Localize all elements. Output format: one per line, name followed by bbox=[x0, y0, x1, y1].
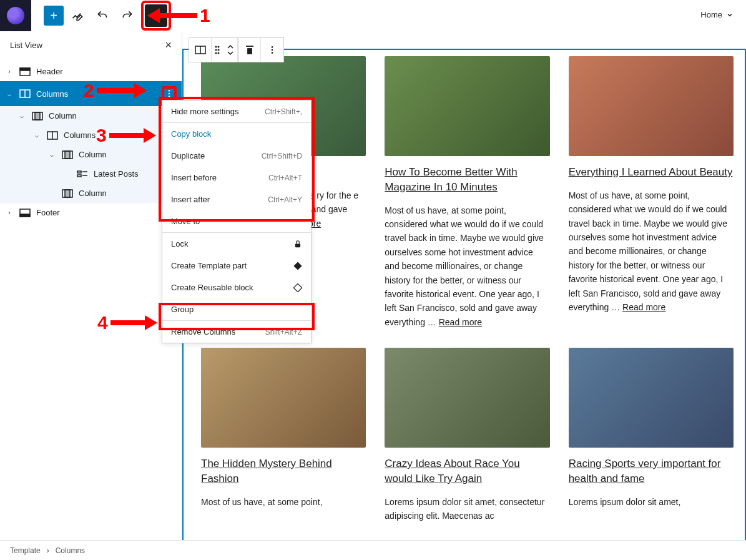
svg-rect-15 bbox=[65, 151, 70, 159]
tree-label: Column bbox=[79, 150, 107, 159]
post-title-link[interactable]: The Hidden Mystery Behind Fashion bbox=[201, 456, 366, 486]
add-block-button[interactable]: + bbox=[44, 6, 64, 26]
tree-item-column-last[interactable]: › Column bbox=[0, 184, 182, 203]
post-card: The Hidden Mystery Behind Fashion Most o… bbox=[201, 348, 366, 523]
tree-item-column[interactable]: ⌵ Column bbox=[0, 106, 182, 125]
tree-item-latest-posts[interactable]: › Latest Posts bbox=[0, 164, 182, 184]
tree-label: Columns bbox=[36, 89, 68, 99]
column-block-icon bbox=[61, 189, 74, 198]
menu-hide-more-settings[interactable]: Hide more settingsCtrl+Shift+, bbox=[162, 101, 311, 122]
menu-create-reusable-block[interactable]: Create Reusable block bbox=[162, 277, 311, 298]
svg-rect-39 bbox=[293, 283, 302, 292]
post-title-link[interactable]: How To Become Better With Magazine In 10… bbox=[385, 165, 549, 195]
menu-insert-after[interactable]: Insert afterCtrl+Alt+Y bbox=[162, 189, 311, 210]
svg-point-28 bbox=[215, 49, 217, 51]
svg-point-27 bbox=[218, 46, 220, 48]
chevron-down-icon bbox=[726, 11, 734, 19]
tree-options-button[interactable] bbox=[162, 86, 177, 101]
chevron-right-icon: › bbox=[5, 209, 14, 216]
template-part-icon bbox=[293, 262, 302, 270]
svg-rect-33 bbox=[248, 49, 252, 54]
sidebar-title: List View bbox=[10, 41, 42, 50]
template-nav-select[interactable]: Home bbox=[700, 10, 734, 19]
latest-posts-block-icon bbox=[76, 170, 89, 179]
svg-point-36 bbox=[272, 52, 273, 54]
edit-mode-button[interactable] bbox=[66, 4, 89, 27]
column-block-icon bbox=[61, 150, 74, 159]
block-context-menu: Hide more settingsCtrl+Shift+, Copy bloc… bbox=[162, 100, 312, 343]
svg-point-8 bbox=[169, 93, 170, 95]
list-view-sidebar: List View × › Header ⌵ Columns ⌵ bbox=[0, 31, 182, 540]
svg-rect-21 bbox=[65, 190, 70, 197]
menu-copy-block[interactable]: Copy block bbox=[162, 123, 311, 145]
svg-point-31 bbox=[218, 52, 220, 54]
post-card: Crazy Ideas About Race You would Like Tr… bbox=[385, 348, 549, 523]
annotation-arrow-3: 3 bbox=[94, 125, 156, 146]
svg-point-7 bbox=[169, 90, 170, 92]
redo-button[interactable] bbox=[116, 4, 139, 27]
post-thumbnail[interactable] bbox=[569, 348, 734, 448]
post-excerpt: Most of us have, at some point, consider… bbox=[385, 204, 549, 330]
svg-rect-16 bbox=[77, 171, 81, 173]
post-excerpt: Most of us have, at some point, bbox=[201, 495, 366, 509]
tree-label: Latest Posts bbox=[94, 169, 139, 179]
nav-label: Home bbox=[700, 10, 722, 19]
post-thumbnail[interactable] bbox=[201, 348, 366, 448]
breadcrumb-template[interactable]: Template bbox=[10, 546, 41, 555]
chevron-down-icon: ⌵ bbox=[32, 132, 41, 139]
post-title-link[interactable]: Crazy Ideas About Race You would Like Tr… bbox=[385, 456, 549, 486]
menu-duplicate[interactable]: DuplicateCtrl+Shift+D bbox=[162, 145, 311, 167]
menu-move-to[interactable]: Move to bbox=[162, 210, 311, 232]
post-title-link[interactable]: Racing Sports very important for health … bbox=[569, 456, 734, 486]
read-more-link[interactable]: Read more bbox=[439, 317, 482, 327]
svg-point-26 bbox=[215, 46, 217, 48]
chevron-down-icon: ⌵ bbox=[17, 112, 26, 119]
chevron-down-icon: ⌵ bbox=[47, 151, 56, 158]
block-toolbar bbox=[189, 37, 284, 62]
chevron-right-icon: › bbox=[5, 68, 14, 75]
move-up-down-button[interactable] bbox=[223, 38, 238, 62]
svg-rect-11 bbox=[35, 112, 40, 120]
footer-block-icon bbox=[19, 209, 31, 217]
site-logo[interactable] bbox=[0, 0, 31, 31]
post-thumbnail[interactable] bbox=[385, 56, 549, 156]
breadcrumb-bar: Template › Columns bbox=[0, 540, 746, 560]
chevron-down-icon: ⌵ bbox=[5, 91, 14, 97]
post-card: How To Become Better With Magazine In 10… bbox=[385, 56, 549, 329]
post-thumbnail[interactable] bbox=[569, 56, 734, 156]
breadcrumb-columns[interactable]: Columns bbox=[56, 546, 85, 555]
close-sidebar-button[interactable]: × bbox=[165, 39, 172, 52]
svg-point-9 bbox=[169, 96, 170, 97]
tree-label: Column bbox=[79, 189, 107, 198]
menu-insert-before[interactable]: Insert beforeCtrl+Alt+T bbox=[162, 167, 311, 189]
menu-group[interactable]: Group bbox=[162, 298, 311, 320]
post-thumbnail[interactable] bbox=[385, 348, 549, 448]
block-type-button[interactable] bbox=[189, 38, 212, 62]
lock-icon bbox=[293, 240, 302, 248]
menu-create-template-part[interactable]: Create Template part bbox=[162, 255, 311, 277]
post-title-link[interactable]: Everything I Learned About Beauty bbox=[569, 165, 734, 180]
read-more-link[interactable]: Read more bbox=[622, 302, 665, 312]
svg-rect-17 bbox=[77, 175, 81, 177]
tree-item-header[interactable]: › Header bbox=[0, 62, 182, 81]
header-block-icon bbox=[19, 67, 31, 76]
drag-handle[interactable] bbox=[212, 38, 223, 62]
svg-point-30 bbox=[215, 52, 217, 54]
tree-item-column-nested[interactable]: ⌵ Column bbox=[0, 145, 182, 164]
annotation-arrow-1: 1 bbox=[147, 5, 213, 26]
tree-item-footer[interactable]: › Footer bbox=[0, 203, 182, 222]
columns-block-icon bbox=[46, 131, 59, 140]
post-excerpt: Most of us have, at some point, consider… bbox=[569, 189, 734, 315]
block-options-button[interactable] bbox=[261, 38, 283, 62]
tree-label: Footer bbox=[36, 208, 60, 217]
post-excerpt: Lorems ipsum dolor sit amet, bbox=[569, 495, 734, 509]
svg-rect-37 bbox=[295, 243, 300, 247]
undo-button[interactable] bbox=[91, 4, 114, 27]
menu-remove-columns[interactable]: Remove ColumnsShift+Alt+Z bbox=[162, 321, 311, 343]
align-button[interactable] bbox=[238, 38, 261, 62]
post-card: Racing Sports very important for health … bbox=[569, 348, 734, 523]
tree-label: Column bbox=[49, 111, 77, 120]
svg-point-35 bbox=[272, 49, 273, 51]
columns-block-icon bbox=[19, 89, 31, 98]
menu-lock[interactable]: Lock bbox=[162, 233, 311, 255]
